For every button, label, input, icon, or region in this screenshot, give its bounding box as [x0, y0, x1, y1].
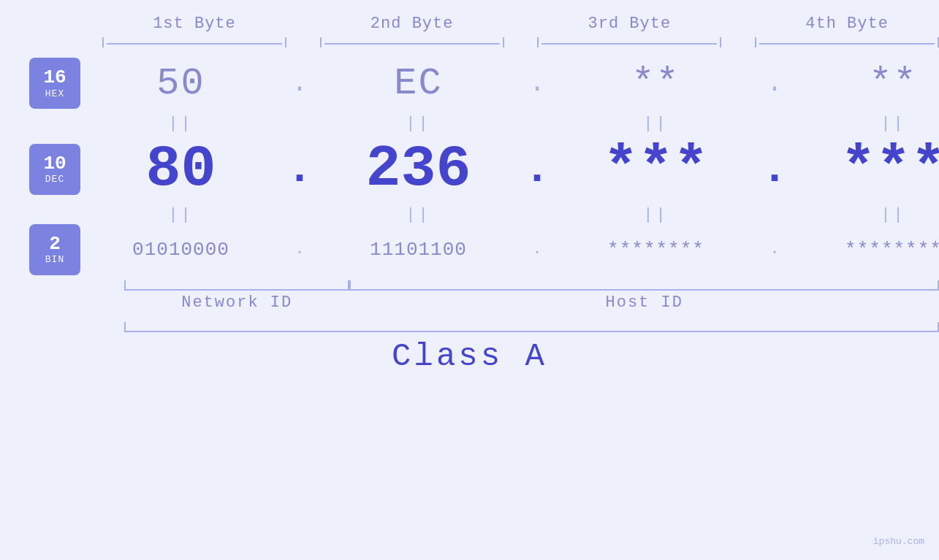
- network-id-label: Network ID: [124, 294, 349, 312]
- bin-dot2: .: [532, 240, 541, 258]
- dec-badge: 10 DEC: [29, 144, 80, 195]
- dec-dot2: .: [524, 145, 550, 194]
- equals-row-2: || || || ||: [80, 204, 939, 226]
- class-label: Class A: [0, 338, 939, 375]
- bin-byte4: ********: [845, 239, 939, 261]
- hex-byte3: **: [631, 62, 680, 105]
- bin-byte3: ********: [607, 239, 704, 261]
- eq1-b1: ||: [80, 115, 281, 133]
- data-rows: 50 . EC . ** . **: [80, 54, 939, 273]
- bottom-brackets: [0, 277, 939, 291]
- eq1-b4: ||: [793, 115, 939, 133]
- id-labels: Network ID Host ID: [0, 294, 939, 312]
- bin-byte1: 01010000: [132, 239, 229, 261]
- eq2-b4: ||: [793, 206, 939, 224]
- full-bottom-bracket: [0, 319, 939, 332]
- top-brackets: [0, 37, 939, 50]
- hex-dot1: .: [292, 69, 308, 99]
- hex-badge: 16 HEX: [29, 58, 80, 109]
- watermark: ipshu.com: [873, 536, 924, 547]
- hex-byte2: EC: [394, 62, 442, 105]
- eq2-b3: ||: [555, 206, 756, 224]
- eq2-b2: ||: [318, 206, 519, 224]
- host-id-label: Host ID: [349, 294, 939, 312]
- eq1-b2: ||: [318, 115, 519, 133]
- bin-dot3: .: [769, 240, 779, 258]
- dec-byte2: 236: [365, 136, 471, 202]
- hex-row: 50 . EC . ** . **: [80, 54, 939, 112]
- main-container: 1st Byte 2nd Byte 3rd Byte 4th Byte: [0, 0, 939, 560]
- dec-byte3: ***: [603, 136, 708, 202]
- byte2-header: 2nd Byte: [320, 15, 504, 33]
- dec-dot1: .: [286, 145, 313, 194]
- bin-dot1: .: [294, 240, 304, 258]
- hex-dot2: .: [529, 69, 545, 99]
- hex-dot3: .: [767, 69, 783, 99]
- hex-byte4: **: [869, 62, 917, 105]
- equals-row-1: || || || ||: [80, 112, 939, 134]
- dec-dot3: .: [761, 145, 788, 194]
- bin-badge: 2 BIN: [29, 224, 80, 275]
- eq1-b3: ||: [555, 115, 756, 133]
- dec-byte4: ***: [840, 136, 939, 202]
- hex-byte1: 50: [156, 62, 205, 105]
- badges-column: 16 HEX 10 DEC 2 BIN: [29, 54, 80, 273]
- bin-row: 01010000 . 11101100 . ******** .: [80, 226, 939, 273]
- eq2-b1: ||: [80, 206, 281, 224]
- bin-byte2: 11101100: [370, 239, 467, 261]
- byte1-header: 1st Byte: [102, 15, 286, 33]
- dec-byte1: 80: [145, 136, 216, 202]
- dec-row: 80 . 236 . *** . ***: [80, 134, 939, 204]
- byte-headers: 1st Byte 2nd Byte 3rd Byte 4th Byte: [0, 15, 939, 33]
- byte3-header: 3rd Byte: [537, 15, 721, 33]
- byte4-header: 4th Byte: [755, 15, 939, 33]
